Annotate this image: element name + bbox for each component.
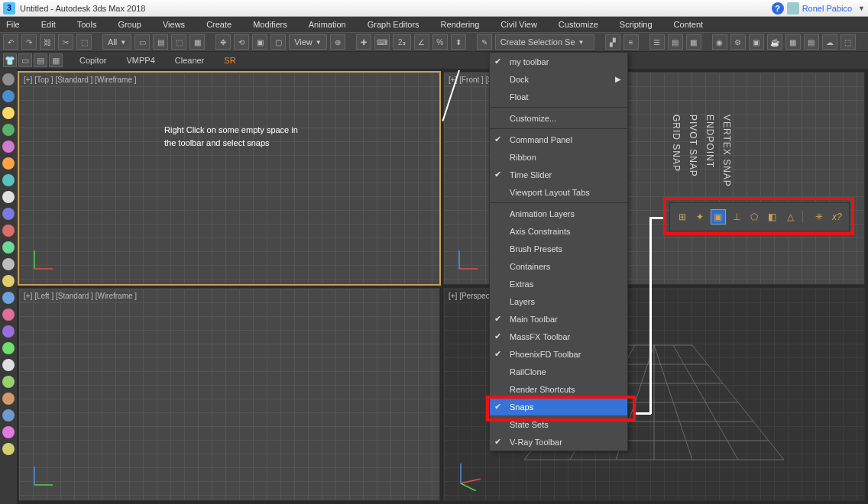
ctx-item-extras[interactable]: Extras xyxy=(490,275,627,292)
menu-file[interactable]: File xyxy=(6,20,20,29)
rail-tool-18[interactable] xyxy=(2,376,15,388)
pivot-icon[interactable]: ⊕ xyxy=(330,34,345,50)
select-manip-icon[interactable]: ✚ xyxy=(356,34,371,50)
rail-tool-12[interactable] xyxy=(2,275,15,287)
snap-perpendicular-icon[interactable]: ⊥ xyxy=(729,209,744,225)
schematic-icon[interactable]: ▦ xyxy=(686,34,701,50)
menu-views[interactable]: Views xyxy=(163,20,185,29)
snap-pivot-icon[interactable]: ✦ xyxy=(693,209,708,225)
activeshade-icon[interactable]: ▤ xyxy=(804,34,819,50)
ctx-item-state-sets[interactable]: State Sets xyxy=(490,415,627,433)
menu-civil-view[interactable]: Civil View xyxy=(500,20,536,29)
ctx-item-customize[interactable]: Customize... xyxy=(490,109,627,127)
rail-tool-16[interactable] xyxy=(2,342,15,354)
user-menu[interactable]: Ronel Pabico ▼ xyxy=(787,2,865,15)
rail-tool-0[interactable] xyxy=(2,73,15,86)
menu-graph-editors[interactable]: Graph Editors xyxy=(368,20,419,29)
ctx-item-animation-layers[interactable]: Animation Layers xyxy=(490,205,627,222)
layer-explorer-icon[interactable]: ☰ xyxy=(649,34,665,50)
ctx-item-dock[interactable]: Dock▶ xyxy=(490,70,627,88)
edit-selection-icon[interactable]: ✎ xyxy=(477,34,492,50)
mirror-icon[interactable]: ▞ xyxy=(605,34,620,50)
rail-tool-4[interactable] xyxy=(2,141,15,153)
ctx-item-ribbon[interactable]: Ribbon xyxy=(490,148,627,166)
align-icon[interactable]: ≡ xyxy=(623,34,639,50)
rail-tool-9[interactable] xyxy=(2,225,15,237)
ctx-item-render-shortcuts[interactable]: Render Shortcuts xyxy=(490,380,627,398)
ctx-item-axis-constraints[interactable]: Axis Constraints xyxy=(490,222,627,240)
rail-tool-1[interactable] xyxy=(2,90,15,102)
help-icon[interactable]: ? xyxy=(772,2,784,15)
ctx-item-command-panel[interactable]: ✔Command Panel xyxy=(490,131,627,148)
cleaner-label[interactable]: Cleaner xyxy=(172,56,208,65)
ctx-item-v-ray-toolbar[interactable]: ✔V-Ray Toolbar xyxy=(490,433,627,451)
move-icon[interactable]: ✥ xyxy=(215,34,231,50)
rail-tool-10[interactable] xyxy=(2,241,15,254)
rail-tool-8[interactable] xyxy=(2,208,15,220)
spinner-snap-icon[interactable]: ⬍ xyxy=(451,34,466,50)
viewport-left[interactable]: [+] [Left ] [Standard ] [Wireframe ] xyxy=(18,288,440,501)
ctx-item-float[interactable]: Float xyxy=(490,88,627,105)
rail-tool-2[interactable] xyxy=(2,107,15,119)
link-icon[interactable]: ⛓ xyxy=(40,34,55,50)
sr-label[interactable]: SR xyxy=(221,56,238,65)
angle-snap-icon[interactable]: ∠ xyxy=(414,34,429,50)
viewport-top[interactable]: [+] [Top ] [Standard ] [Wireframe ] xyxy=(18,72,440,285)
filter-select[interactable]: All▼ xyxy=(102,34,131,50)
snap-endpoint-icon[interactable]: ◧ xyxy=(765,209,780,225)
rail-tool-17[interactable] xyxy=(2,359,15,371)
menu-create[interactable]: Create xyxy=(206,20,232,29)
plugin-btn-1[interactable]: ▭ xyxy=(18,53,32,67)
curve-editor-icon[interactable]: ▤ xyxy=(668,34,683,50)
ctx-item-layers[interactable]: Layers xyxy=(490,292,627,310)
menu-group[interactable]: Group xyxy=(118,20,141,29)
rail-tool-15[interactable] xyxy=(2,325,15,338)
rail-tool-6[interactable] xyxy=(2,174,15,186)
ctx-item-snaps[interactable]: ✔Snaps xyxy=(490,398,627,415)
render-cloud-icon[interactable]: ⬚ xyxy=(840,34,856,50)
select-object-icon[interactable]: ▭ xyxy=(134,34,150,50)
ctx-item-brush-presets[interactable]: Brush Presets xyxy=(490,240,627,257)
selection-set-select[interactable]: Create Selection Se▼ xyxy=(495,34,594,50)
ctx-item-time-slider[interactable]: ✔Time Slider xyxy=(490,166,627,183)
material-editor-icon[interactable]: ◉ xyxy=(712,34,727,50)
select-name-icon[interactable]: ▤ xyxy=(153,34,168,50)
tshirt-icon[interactable]: 👕 xyxy=(3,53,17,67)
render-iter-icon[interactable]: ▦ xyxy=(785,34,801,50)
snap-bounding-box-icon[interactable]: ▣ xyxy=(711,209,726,225)
menu-modifiers[interactable]: Modifiers xyxy=(253,20,287,29)
snap-grid-points-icon[interactable]: ⊞ xyxy=(675,209,690,225)
render-setup-icon[interactable]: ⚙ xyxy=(730,34,746,50)
rotate-icon[interactable]: ⟲ xyxy=(234,34,249,50)
render-online-icon[interactable]: ☁ xyxy=(822,34,837,50)
rail-tool-19[interactable] xyxy=(2,393,15,405)
snap-vertex-icon[interactable]: ✳ xyxy=(811,209,827,225)
menu-scripting[interactable]: Scripting xyxy=(620,20,653,29)
placement-icon[interactable]: ▢ xyxy=(270,34,286,50)
plugin-btn-2[interactable]: ▤ xyxy=(34,53,47,67)
menu-edit[interactable]: Edit xyxy=(41,20,56,29)
ctx-item-massfx-toolbar[interactable]: ✔MassFX Toolbar xyxy=(490,328,627,345)
ctx-item-my-toolbar[interactable]: ✔my toolbar xyxy=(490,53,627,70)
ctx-item-railclone[interactable]: RailClone xyxy=(490,363,627,380)
scale-icon[interactable]: ▣ xyxy=(252,34,267,50)
ctx-item-main-toolbar[interactable]: ✔Main Toolbar xyxy=(490,310,627,328)
percent-snap-icon[interactable]: % xyxy=(432,34,448,50)
snap-2d-icon[interactable]: 2₃ xyxy=(393,34,411,50)
rail-tool-20[interactable] xyxy=(2,409,15,422)
vmpp4-label[interactable]: VMPP4 xyxy=(123,56,157,65)
rail-tool-14[interactable] xyxy=(2,309,15,321)
render-production-icon[interactable]: ☕ xyxy=(767,34,782,50)
rail-tool-22[interactable] xyxy=(2,443,15,455)
snap-tangent-icon[interactable]: ⬠ xyxy=(747,209,762,225)
window-crossing-icon[interactable]: ▦ xyxy=(189,34,205,50)
menu-content[interactable]: Content xyxy=(674,20,704,29)
rail-tool-13[interactable] xyxy=(2,292,15,304)
ctx-item-containers[interactable]: Containers xyxy=(490,257,627,275)
menu-customize[interactable]: Customize xyxy=(559,20,598,29)
rendered-frame-icon[interactable]: ▣ xyxy=(749,34,764,50)
ctx-item-phoenixfd-toolbar[interactable]: ✔PhoenixFD Toolbar xyxy=(490,345,627,363)
unlink-icon[interactable]: ✂ xyxy=(58,34,73,50)
snap-midpoint-icon[interactable]: △ xyxy=(782,209,798,225)
menu-tools[interactable]: Tools xyxy=(77,20,97,29)
